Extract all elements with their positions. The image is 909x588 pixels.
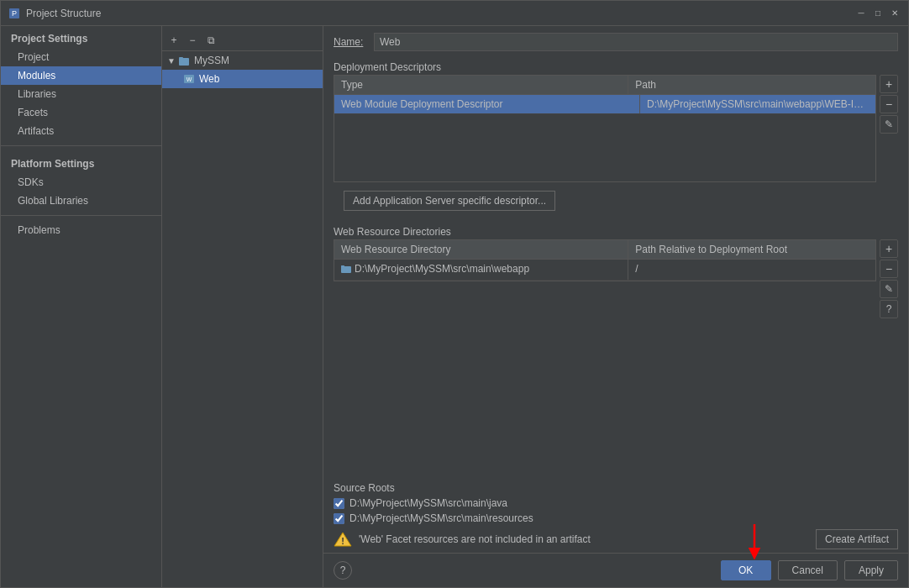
tree-copy-button[interactable]: ⧉ xyxy=(202,32,219,49)
svg-rect-6 xyxy=(341,266,351,273)
source-root-java: D:\MyProject\MySSM\src\main\java xyxy=(323,496,908,511)
dd-side-buttons: + − ✎ xyxy=(880,75,898,134)
svg-text:W: W xyxy=(187,76,192,82)
platform-settings-title: Platform Settings xyxy=(1,151,161,173)
create-artifact-button[interactable]: Create Artifact xyxy=(816,529,898,549)
tree-expand-arrow: ▼ xyxy=(167,56,176,66)
wr-relative-cell: / xyxy=(628,260,875,280)
ok-button[interactable]: OK xyxy=(721,560,771,580)
wr-col1-header: Web Resource Directory xyxy=(334,240,628,259)
wr-table-header: Web Resource Directory Path Relative to … xyxy=(334,240,875,260)
dd-col1-header: Type xyxy=(334,76,628,94)
sidebar-item-facets[interactable]: Facets xyxy=(1,103,161,122)
bottom-left-area: ? xyxy=(334,561,352,580)
sidebar-divider-2 xyxy=(1,215,161,216)
bottom-bar: ? OK Cancel Apply xyxy=(323,553,908,587)
wr-dir-cell: D:\MyProject\MySSM\src\main\webapp xyxy=(334,260,628,280)
wr-remove-button[interactable]: − xyxy=(880,260,898,278)
wr-help-button[interactable]: ? xyxy=(880,300,898,318)
name-row: Name: xyxy=(323,26,908,58)
deployment-table-container: Type Path Web Module Deployment Descript… xyxy=(334,75,876,182)
svg-rect-3 xyxy=(179,57,183,59)
tree-item-web[interactable]: W Web xyxy=(162,70,323,88)
tree-item-myssm[interactable]: ▼ MySSM xyxy=(162,51,323,70)
deployment-table-area: Type Path Web Module Deployment Descript… xyxy=(334,75,898,182)
ok-btn-container: OK xyxy=(721,560,771,580)
source-root-java-checkbox[interactable] xyxy=(334,498,344,509)
folder-icon xyxy=(177,54,191,67)
sidebar-item-artifacts[interactable]: Artifacts xyxy=(1,122,161,140)
source-root-resources-path: D:\MyProject\MySSM\src\main\resources xyxy=(349,512,533,524)
dd-col2-header: Path xyxy=(628,76,875,94)
source-root-java-path: D:\MyProject\MySSM\src\main\java xyxy=(349,497,507,509)
sidebar-item-global-libraries[interactable]: Global Libraries xyxy=(1,192,161,210)
wr-edit-button[interactable]: ✎ xyxy=(880,280,898,298)
minimize-button[interactable]: ─ xyxy=(854,7,868,20)
wr-add-button[interactable]: + xyxy=(880,239,898,258)
svg-text:!: ! xyxy=(341,536,344,546)
add-server-button[interactable]: Add Application Server specific descript… xyxy=(344,191,555,211)
web-resource-table-container: Web Resource Directory Path Relative to … xyxy=(334,239,876,281)
dd-remove-button[interactable]: − xyxy=(880,95,898,113)
web-module-icon: W xyxy=(182,72,196,86)
web-resource-table-area: Web Resource Directory Path Relative to … xyxy=(334,239,898,318)
tree-remove-button[interactable]: − xyxy=(184,32,201,49)
title-bar: P Project Structure ─ □ ✕ xyxy=(1,1,908,26)
main-content: Project Settings Project Modules Librari… xyxy=(1,26,908,587)
right-panel: Name: Deployment Descriptors Type Path W… xyxy=(323,26,908,587)
spacer xyxy=(323,318,908,479)
window-controls: ─ □ ✕ xyxy=(854,7,901,20)
dd-edit-button[interactable]: ✎ xyxy=(880,115,898,134)
dd-table-row[interactable]: Web Module Deployment Descriptor D:\MyPr… xyxy=(334,95,875,114)
dialog-icon: P xyxy=(8,7,21,20)
warning-icon: ! xyxy=(334,530,352,549)
tree-item-myssm-label: MySSM xyxy=(194,55,229,66)
wr-col2-header: Path Relative to Deployment Root xyxy=(628,240,875,259)
web-resource-section-label: Web Resource Directories xyxy=(323,223,908,239)
source-root-resources: D:\MyProject\MySSM\src\main\resources xyxy=(323,511,908,526)
dd-table-empty xyxy=(334,114,875,181)
apply-button[interactable]: Apply xyxy=(844,560,898,580)
dd-type-cell: Web Module Deployment Descriptor xyxy=(334,95,640,113)
deployment-table-header: Type Path xyxy=(334,76,875,95)
deployment-section-label: Deployment Descriptors xyxy=(323,58,908,75)
svg-rect-2 xyxy=(179,58,189,66)
project-settings-title: Project Settings xyxy=(1,26,161,48)
sidebar-item-libraries[interactable]: Libraries xyxy=(1,85,161,103)
help-button[interactable]: ? xyxy=(334,561,352,580)
sidebar-divider xyxy=(1,145,161,146)
sidebar-item-sdks[interactable]: SDKs xyxy=(1,173,161,192)
sidebar: Project Settings Project Modules Librari… xyxy=(1,26,162,587)
name-label: Name: xyxy=(334,36,367,48)
svg-rect-7 xyxy=(341,265,344,267)
warning-text: 'Web' Facet resources are not included i… xyxy=(359,533,816,545)
source-roots-label: Source Roots xyxy=(323,479,908,496)
folder-small-icon xyxy=(341,264,351,274)
cancel-button[interactable]: Cancel xyxy=(778,560,838,580)
maximize-button[interactable]: □ xyxy=(871,7,885,20)
wr-table-row[interactable]: D:\MyProject\MySSM\src\main\webapp / xyxy=(334,260,875,281)
source-root-resources-checkbox[interactable] xyxy=(334,513,344,524)
wr-side-buttons: + − ✎ ? xyxy=(880,239,898,318)
svg-text:P: P xyxy=(12,9,17,18)
dialog-title: Project Structure xyxy=(26,8,854,19)
dd-add-button[interactable]: + xyxy=(880,75,898,93)
name-input[interactable] xyxy=(374,33,898,51)
sidebar-item-modules[interactable]: Modules xyxy=(1,66,161,85)
warning-row: ! 'Web' Facet resources are not included… xyxy=(323,526,908,553)
tree-add-button[interactable]: + xyxy=(166,32,182,49)
add-server-btn-container: Add Application Server specific descript… xyxy=(334,186,898,216)
sidebar-item-project[interactable]: Project xyxy=(1,48,161,66)
tree-panel: + − ⧉ ▼ MySSM xyxy=(162,26,323,587)
tree-toolbar: + − ⧉ xyxy=(162,29,323,51)
dd-path-cell: D:\MyProject\MySSM\src\main\webapp\WEB-I… xyxy=(640,95,875,113)
tree-item-web-label: Web xyxy=(199,73,219,85)
sidebar-item-problems[interactable]: Problems xyxy=(1,221,161,239)
project-structure-dialog: P Project Structure ─ □ ✕ Project Settin… xyxy=(0,0,909,588)
close-button[interactable]: ✕ xyxy=(888,7,901,20)
